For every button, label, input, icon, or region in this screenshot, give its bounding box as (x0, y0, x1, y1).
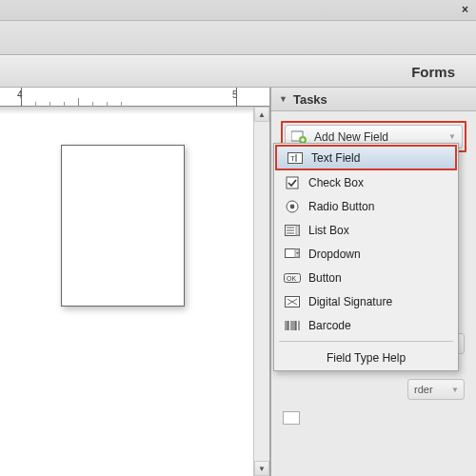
background-list-item[interactable] (283, 407, 468, 428)
listbox-icon (284, 223, 301, 238)
close-icon[interactable]: × (462, 3, 468, 16)
page-preview[interactable] (61, 145, 185, 307)
signature-icon (284, 294, 301, 309)
tab-order-fragment: rder (414, 384, 433, 395)
tasks-header[interactable]: ▼ Tasks (271, 88, 476, 111)
menu-item-help[interactable]: Field Type Help (274, 346, 458, 370)
tab-order-button[interactable]: rder ▼ (407, 379, 465, 400)
menu-item-label: Check Box (308, 176, 364, 189)
chevron-down-icon: ▼ (448, 132, 456, 141)
menu-item-text-field[interactable]: T Text Field (275, 145, 457, 170)
collapse-caret-icon: ▼ (279, 94, 288, 104)
ruler-shadow (0, 107, 269, 114)
scroll-up-arrow[interactable]: ▲ (254, 107, 269, 122)
menu-item-label: Dropdown (308, 248, 361, 261)
field-item-icon (283, 411, 300, 425)
svg-point-7 (290, 204, 295, 208)
menu-item-digital-signature[interactable]: Digital Signature (274, 289, 458, 313)
radio-icon (284, 199, 301, 214)
menu-item-barcode[interactable]: Barcode (274, 313, 458, 337)
svg-rect-5 (287, 177, 298, 188)
menu-item-label: Barcode (308, 319, 351, 332)
tasks-panel: ▼ Tasks Add New Field ▼ T Text Field (270, 88, 476, 476)
menu-item-button[interactable]: OK Button (274, 266, 458, 289)
add-new-field-label: Add New Field (314, 130, 388, 144)
text-field-icon: T (287, 150, 304, 166)
document-canvas[interactable]: 4 5 ▲ ▼ (0, 88, 270, 476)
checkbox-icon (284, 175, 301, 190)
svg-rect-12 (296, 226, 299, 235)
tasks-label: Tasks (293, 92, 327, 107)
menu-item-list-box[interactable]: List Box (274, 218, 458, 242)
menu-item-label: Button (308, 271, 342, 285)
panel-header: Forms (0, 55, 476, 88)
field-type-menu: T Text Field Check Box Radio Button (273, 143, 459, 371)
menu-item-dropdown[interactable]: Dropdown (274, 242, 458, 266)
chevron-down-icon: ▼ (451, 386, 459, 394)
add-field-icon (291, 130, 307, 144)
barcode-icon (284, 318, 301, 333)
menu-item-check-box[interactable]: Check Box (274, 170, 458, 194)
dropdown-icon (284, 247, 301, 262)
scroll-down-arrow[interactable]: ▼ (254, 461, 269, 476)
menu-item-label: Digital Signature (308, 295, 392, 308)
menu-item-label: Text Field (311, 151, 360, 165)
title-strip: × (0, 0, 476, 21)
panel-title: Forms (411, 64, 455, 80)
vertical-scrollbar[interactable]: ▲ ▼ (253, 107, 269, 476)
menu-item-label: Radio Button (308, 200, 374, 213)
button-icon: OK (284, 270, 301, 286)
menu-help-label: Field Type Help (327, 351, 406, 365)
svg-text:OK: OK (287, 275, 296, 282)
menu-item-label: List Box (308, 224, 349, 237)
menu-separator (279, 341, 453, 342)
toolbar-ribbon (0, 21, 476, 55)
horizontal-ruler: 4 5 (0, 88, 269, 107)
menu-item-radio-button[interactable]: Radio Button (274, 194, 458, 218)
svg-text:T: T (290, 154, 295, 163)
svg-rect-18 (285, 321, 300, 330)
